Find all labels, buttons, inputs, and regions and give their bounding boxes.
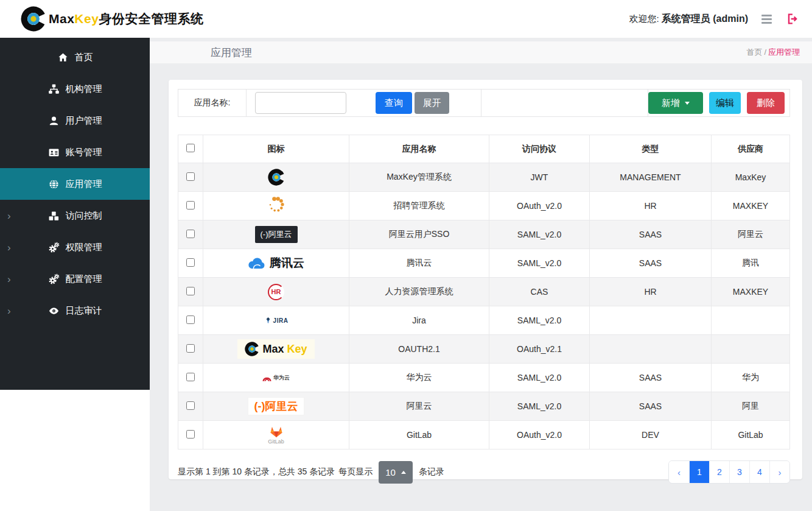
add-button[interactable]: 新增 [648, 92, 703, 114]
sidebar-item-label: 用户管理 [66, 115, 102, 127]
breadcrumb: 首页/应用管理 [746, 47, 800, 58]
pager-page-button[interactable]: 2 [709, 461, 729, 483]
cell-app-name: 腾讯云 [349, 249, 489, 278]
pagination-bar: 显示第 1 到第 10 条记录，总共 35 条记录 每页显示 10 条记录 ‹1… [178, 460, 790, 484]
table-row[interactable]: 华为云华为云SAML_v2.0SAAS华为 [178, 364, 790, 392]
table-row[interactable]: (-)阿里云阿里云用户SSOSAML_v2.0SAAS阿里云 [178, 220, 790, 249]
cell-protocol: OAuth_v2.0 [489, 421, 590, 449]
pager-page-button[interactable]: 4 [749, 461, 769, 483]
row-select-cell [178, 335, 203, 364]
cell-app-name: Jira [349, 306, 489, 335]
sidebar-item-app-mgmt[interactable]: 应用管理 [0, 168, 150, 200]
page-size-select[interactable]: 10 [379, 461, 413, 484]
sidebar-item-home[interactable]: 首页 [0, 41, 150, 73]
table-row[interactable]: 腾讯云腾讯云SAML_v2.0SAAS腾讯 [178, 249, 790, 278]
chevron-right-icon: › [7, 306, 11, 316]
aliyun-dark-logo: (-)阿里云 [255, 226, 298, 243]
sidebar-item-label: 配置管理 [66, 273, 102, 285]
sidebar-item-permission-mgmt[interactable]: ›权限管理 [0, 231, 150, 263]
cell-type: SAAS [590, 249, 712, 278]
cell-protocol: SAML_v2.0 [489, 306, 590, 335]
row-checkbox[interactable] [186, 401, 195, 410]
col-header-protocol: 访问协议 [489, 135, 590, 163]
row-checkbox[interactable] [186, 258, 195, 267]
cell-protocol: SAML_v2.0 [489, 392, 590, 421]
cell-vendor [712, 335, 790, 364]
cell-type: HR [590, 278, 712, 306]
row-select-cell [178, 163, 203, 192]
sidebar-item-access-control[interactable]: ›访问控制 [0, 200, 150, 231]
menu-toggle-icon[interactable] [761, 15, 772, 24]
row-checkbox[interactable] [186, 430, 195, 439]
edit-button[interactable]: 编辑 [709, 92, 741, 114]
pager-page-button[interactable]: 3 [729, 461, 749, 483]
table-row[interactable]: HR人力资源管理系统CASHRMAXKEY [178, 278, 790, 306]
table-row[interactable]: JIRAJiraSAML_v2.0 [178, 306, 790, 335]
table-row[interactable]: MaxKeyOAUTH2.1OAuth_v2.1 [178, 335, 790, 364]
home-icon [57, 52, 69, 63]
cell-protocol: OAuth_v2.1 [489, 335, 590, 364]
select-all-checkbox[interactable] [186, 144, 195, 152]
cell-vendor: MAXKEY [712, 278, 790, 306]
row-checkbox[interactable] [186, 373, 195, 381]
pager-page-button[interactable]: 1 [689, 461, 709, 483]
table-header-row: 图标 应用名称 访问协议 类型 供应商 [178, 135, 790, 163]
cell-protocol: SAML_v2.0 [489, 364, 590, 392]
sidebar-item-label: 应用管理 [66, 178, 102, 190]
row-checkbox[interactable] [186, 344, 195, 353]
sidebar-item-org-mgmt[interactable]: 机构管理 [0, 73, 150, 105]
breadcrumb-current: 应用管理 [768, 48, 800, 57]
cell-vendor: 华为 [712, 364, 790, 392]
table-row[interactable]: MaxKey管理系统JWTMANAGEMENTMaxKey [178, 163, 790, 192]
sidebar-item-user-mgmt[interactable]: 用户管理 [0, 105, 150, 136]
pager-prev-button[interactable]: ‹ [669, 461, 689, 483]
cell-app-name: 人力资源管理系统 [349, 278, 489, 306]
sidebar-item-account-mgmt[interactable]: 账号管理 [0, 136, 150, 168]
col-header-app-name: 应用名称 [349, 135, 489, 163]
content-area: 应用管理 首页/应用管理 应用名称: 查询 展开 新增 编辑 [150, 38, 812, 511]
table-row[interactable]: GitLabGitLabOAuth_v2.0DEVGitLab [178, 421, 790, 449]
table-toolbar: 应用名称: 查询 展开 新增 编辑 删除 [178, 89, 790, 117]
cell-icon [203, 163, 349, 192]
breadcrumb-home-link[interactable]: 首页 [746, 48, 762, 57]
pagination-info: 显示第 1 到第 10 条记录，总共 35 条记录 每页显示 10 条记录 [178, 461, 444, 484]
cell-type: SAAS [590, 220, 712, 249]
cell-type: MANAGEMENT [590, 163, 712, 192]
row-checkbox[interactable] [186, 172, 195, 181]
caret-down-icon [685, 102, 690, 105]
query-button[interactable]: 查询 [376, 92, 412, 114]
top-header: MaxKey身份安全管理系统 欢迎您: 系统管理员 (admin) [0, 0, 812, 38]
expand-button[interactable]: 展开 [415, 92, 449, 114]
sidebar-item-log-audit[interactable]: ›日志审计 [0, 295, 150, 326]
sidebar-item-config-mgmt[interactable]: ›配置管理 [0, 263, 150, 295]
row-select-cell [178, 364, 203, 392]
row-checkbox[interactable] [186, 230, 195, 238]
table-row[interactable]: (-)阿里云阿里云SAML_v2.0SAAS阿里 [178, 392, 790, 421]
col-header-vendor: 供应商 [712, 135, 790, 163]
pager-next-button[interactable]: › [769, 461, 789, 483]
app-list-panel: 应用名称: 查询 展开 新增 编辑 删除 [169, 80, 802, 479]
brand: MaxKey身份安全管理系统 [21, 6, 203, 32]
row-select-cell [178, 306, 203, 335]
table-row[interactable]: 招聘管理系统OAuth_v2.0HRMAXKEY [178, 192, 790, 220]
cell-icon: 华为云 [203, 364, 349, 392]
cell-app-name: 华为云 [349, 364, 489, 392]
caret-up-icon [401, 471, 406, 474]
logout-icon[interactable] [785, 12, 799, 26]
row-checkbox[interactable] [186, 315, 195, 324]
delete-button[interactable]: 删除 [747, 92, 785, 114]
hr-logo: HR [268, 284, 284, 300]
row-checkbox[interactable] [186, 287, 195, 295]
huawei-cloud-logo: 华为云 [262, 374, 290, 382]
cell-app-name: 阿里云用户SSO [349, 220, 489, 249]
sidebar-item-label: 机构管理 [66, 83, 102, 95]
app-name-search-input[interactable] [255, 92, 346, 114]
col-header-type: 类型 [590, 135, 712, 163]
globe-icon [48, 178, 60, 190]
search-field-label: 应用名称: [178, 90, 247, 116]
cogs-icon [48, 242, 60, 253]
cell-type [590, 335, 712, 364]
cell-protocol: CAS [489, 278, 590, 306]
row-checkbox[interactable] [186, 201, 195, 210]
cell-protocol: OAuth_v2.0 [489, 192, 590, 220]
